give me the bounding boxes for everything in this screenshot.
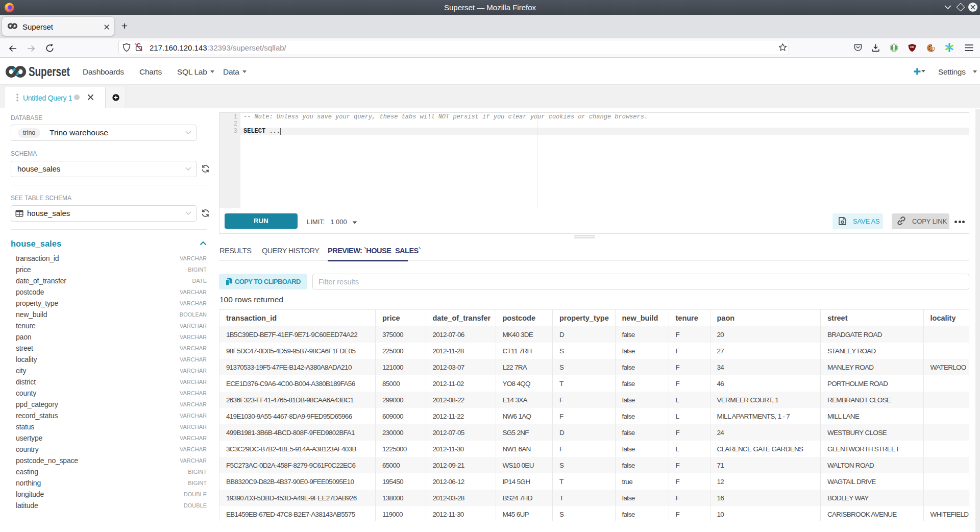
svg-text:UO: UO — [910, 45, 914, 49]
